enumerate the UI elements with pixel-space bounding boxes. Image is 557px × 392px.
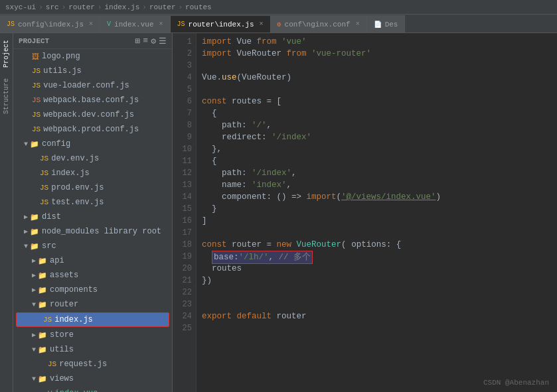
tree-item-utils-folder[interactable]: ▼ 📁 utils xyxy=(13,342,172,357)
arrow-icon: ▶ xyxy=(32,286,36,294)
folder-icon: 📁 xyxy=(38,271,47,280)
tree-item-webpack-prod[interactable]: JS webpack.prod.conf.js xyxy=(13,122,172,137)
arrow-icon: ▶ xyxy=(24,228,28,235)
code-editor[interactable]: import Vue from 'vue'import VueRouter fr… xyxy=(197,33,557,392)
tab-des[interactable]: 📄 Des xyxy=(367,15,406,33)
folder-icon: 📁 xyxy=(38,346,47,354)
js-icon: JS xyxy=(43,316,52,324)
close-icon[interactable]: × xyxy=(356,21,360,28)
arrow-icon: ▼ xyxy=(32,346,36,354)
tree-item-api-folder[interactable]: ▶ 📁 api xyxy=(13,253,172,268)
tree-label: config xyxy=(42,139,70,149)
js-icon: JS xyxy=(48,360,56,368)
tree-item-requestjs[interactable]: JS request.js xyxy=(13,357,172,371)
tree-item-store-folder[interactable]: ▶ 📁 store xyxy=(13,328,172,342)
tree-label: request.js xyxy=(59,359,107,369)
arrow-icon: ▼ xyxy=(24,243,28,250)
tree-item-testenvjs[interactable]: JS test.env.js xyxy=(13,195,172,210)
folder-icon: 📁 xyxy=(38,375,47,383)
structure-panel-tab[interactable]: Structure xyxy=(1,76,11,117)
tab-conf-nginx[interactable]: ⚙ conf\nginx.conf × xyxy=(271,15,367,33)
vue-icon: V xyxy=(48,389,52,392)
tree-label: views xyxy=(50,374,74,383)
arrow-icon: ▼ xyxy=(32,301,36,308)
conf-icon: ⚙ xyxy=(278,21,281,29)
js-icon: JS xyxy=(32,96,40,104)
arrow-icon: ▶ xyxy=(32,271,36,279)
tree-item-components-folder[interactable]: ▶ 📁 components xyxy=(13,283,172,297)
tree-item-webpack-base[interactable]: JS webpack.base.conf.js xyxy=(13,93,172,107)
editor-area: 1 2 3 4 5 6 7 8 9 10 11 12 13 14 15 16 1… xyxy=(173,33,557,392)
vue-icon: V xyxy=(107,21,111,28)
main-layout: Project Structure Project ⊞ ≡ ⚙ ☰ 🖼 logo… xyxy=(0,33,557,392)
tab-des-label: Des xyxy=(385,21,398,29)
side-panel: Project Structure xyxy=(0,33,13,392)
tree-item-utilsjs[interactable]: JS utils.js xyxy=(13,64,172,78)
tree-icon-2[interactable]: ≡ xyxy=(143,36,148,46)
tree-item-vue-loader[interactable]: JS vue-loader.conf.js xyxy=(13,78,172,93)
file-tree: Project ⊞ ≡ ⚙ ☰ 🖼 logo.png JS utils.js J… xyxy=(13,33,173,392)
des-icon: 📄 xyxy=(374,21,382,29)
arrow-icon: ▼ xyxy=(32,375,36,383)
folder-icon: 📁 xyxy=(30,242,39,251)
js-icon: JS xyxy=(32,82,40,90)
tree-header-icons: ⊞ ≡ ⚙ ☰ xyxy=(135,36,167,46)
tree-label: index.js xyxy=(51,168,90,178)
tree-item-prodenvjs[interactable]: JS prod.env.js xyxy=(13,180,172,195)
folder-icon: 📁 xyxy=(38,286,47,294)
tree-item-assets-folder[interactable]: ▶ 📁 assets xyxy=(13,268,172,283)
js-icon: JS xyxy=(40,155,48,163)
folder-icon: 📁 xyxy=(30,140,39,149)
tree-item-nodemodules-folder[interactable]: ▶ 📁 node_modules library root xyxy=(13,224,172,239)
tree-label: api xyxy=(50,256,64,265)
tree-label: index.vue xyxy=(55,389,98,392)
tab-config-index-label: config\index.js xyxy=(18,21,84,29)
js-icon: JS xyxy=(7,21,15,28)
breadcrumb-router2: router xyxy=(149,3,176,11)
folder-icon: 📁 xyxy=(38,331,47,340)
close-icon[interactable]: × xyxy=(159,21,163,28)
tree-label: prod.env.js xyxy=(51,183,104,192)
folder-icon: 📁 xyxy=(30,213,39,222)
tree-label: router xyxy=(50,300,78,309)
tree-label: components xyxy=(50,285,98,294)
js-icon: JS xyxy=(40,198,48,206)
tree-label: index.js xyxy=(54,315,93,324)
tree-item-indexjs-config[interactable]: JS index.js xyxy=(13,166,172,180)
close-icon[interactable]: × xyxy=(89,21,93,28)
tree-icon-1[interactable]: ⊞ xyxy=(135,36,141,46)
tree-label: dist xyxy=(42,212,61,222)
arrow-icon: ▶ xyxy=(32,257,36,265)
tab-config-index[interactable]: JS config\index.js × xyxy=(0,15,100,33)
tree-icon-4[interactable]: ☰ xyxy=(159,36,167,46)
tree-item-logopng[interactable]: 🖼 logo.png xyxy=(13,49,172,64)
tree-label: webpack.prod.conf.js xyxy=(43,125,139,134)
tree-item-dist-folder[interactable]: ▶ 📁 dist xyxy=(13,210,172,224)
tree-header-title: Project xyxy=(19,37,49,45)
tree-item-router-folder[interactable]: ▼ 📁 router xyxy=(13,297,172,312)
tree-label: assets xyxy=(50,271,78,280)
folder-icon: 📁 xyxy=(30,228,39,236)
line-numbers: 1 2 3 4 5 6 7 8 9 10 11 12 13 14 15 16 1… xyxy=(173,33,197,392)
code-content: 1 2 3 4 5 6 7 8 9 10 11 12 13 14 15 16 1… xyxy=(173,33,557,392)
breadcrumb-src: src xyxy=(46,3,59,11)
close-icon[interactable]: × xyxy=(260,21,264,28)
project-panel-tab[interactable]: Project xyxy=(1,37,11,70)
tree-item-src-folder[interactable]: ▼ 📁 src xyxy=(13,239,172,253)
js-icon: JS xyxy=(40,169,48,177)
tree-item-views-folder[interactable]: ▼ 📁 views xyxy=(13,371,172,386)
tree-header: Project ⊞ ≡ ⚙ ☰ xyxy=(13,33,172,49)
tree-item-indexvue[interactable]: V index.vue xyxy=(13,386,172,392)
tree-item-devenvjs[interactable]: JS dev.env.js xyxy=(13,151,172,166)
tree-label: vue-loader.conf.js xyxy=(43,81,129,90)
tab-router-index[interactable]: JS router\index.js × xyxy=(171,15,271,33)
tab-index-vue[interactable]: V index.vue × xyxy=(100,15,170,33)
tree-label: dev.env.js xyxy=(51,154,99,163)
tree-item-router-indexjs[interactable]: JS index.js xyxy=(16,312,169,327)
arrow-icon: ▼ xyxy=(24,141,28,148)
tree-item-webpack-dev[interactable]: JS webpack.dev.conf.js xyxy=(13,107,172,122)
image-icon: 🖼 xyxy=(32,52,39,61)
tree-label: webpack.base.conf.js xyxy=(43,96,139,105)
tree-icon-3[interactable]: ⚙ xyxy=(151,36,156,46)
tree-item-config-folder[interactable]: ▼ 📁 config xyxy=(13,137,172,151)
